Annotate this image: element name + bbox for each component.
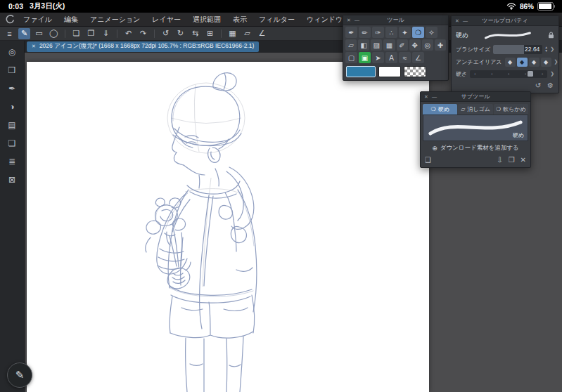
sidebar-zoom-icon[interactable]: ◎ (5, 46, 19, 58)
hardness-row: 硬さ ••••• ❯ (452, 68, 558, 79)
stepper-down-icon[interactable]: ▾ (545, 49, 547, 53)
marker-tool-icon[interactable]: ✑ (372, 27, 384, 38)
hardness-slider[interactable]: ••••• (470, 70, 547, 78)
close-icon[interactable]: ✕ (455, 18, 459, 24)
marquee-icon[interactable]: ▭ (33, 28, 45, 39)
liquify-tool-icon[interactable]: ✧ (426, 27, 438, 38)
menu-filter[interactable]: フィルター (259, 15, 295, 25)
anti-aliasing-expand-icon[interactable]: ❯ (554, 59, 558, 65)
main-menu-icon[interactable]: ≡ (4, 28, 15, 39)
undo-icon[interactable]: ↶ (122, 28, 134, 39)
hardness-expand-icon[interactable]: ❯ (550, 71, 554, 77)
menu-layer[interactable]: レイヤー (152, 15, 181, 25)
operation-tool-icon[interactable]: ➤ (372, 52, 384, 63)
menu-window[interactable]: ウィンドウ (307, 15, 343, 25)
reset-all-icon[interactable]: ↺ (535, 81, 541, 89)
ruler-icon[interactable]: ∠ (256, 28, 268, 39)
hardness-thumb[interactable] (528, 71, 533, 77)
save-icon[interactable]: ⇓ (100, 28, 112, 39)
main-color-swatch[interactable] (346, 66, 376, 77)
pen-tool-icon[interactable]: ✒ (345, 27, 357, 38)
subtool-preset-row: 硬め (452, 26, 558, 43)
redo-icon[interactable]: ↷ (137, 28, 149, 39)
eraser-tool-icon[interactable]: ▱ (345, 39, 357, 51)
rotate-cw-icon[interactable]: ↻ (174, 28, 186, 39)
brush-size-label: ブラシサイズ (456, 46, 490, 53)
character-sketch (27, 62, 429, 392)
lock-icon[interactable] (548, 29, 554, 41)
brush-size-value[interactable]: 22.64 (525, 45, 539, 54)
aa-option-strong[interactable]: ◆ (541, 58, 551, 67)
minimize-icon[interactable]: — (463, 18, 468, 23)
brush-size-stepper[interactable]: ▴ ▾ (545, 46, 547, 53)
tab-close-icon[interactable]: ✕ (32, 44, 36, 49)
transparent-color-swatch[interactable] (404, 66, 426, 77)
tool-palette: ✕ — ツール ✒✏✑∴✦❍✧ ▱◧▨▦✐✥◎✚ ▢▣➤A≈∠ (343, 15, 449, 81)
eyedropper-tool-icon[interactable]: ✐ (397, 39, 408, 51)
menu-selection[interactable]: 選択範囲 (193, 15, 221, 25)
sidebar-property-icon[interactable]: ≣ (5, 155, 19, 167)
zoom-tool-icon[interactable]: ◎ (422, 39, 433, 51)
close-icon[interactable]: ✕ (424, 94, 428, 100)
fit-to-screen-icon[interactable]: ⊞ (204, 28, 216, 39)
flip-horizontal-icon[interactable]: ⇆ (189, 28, 201, 39)
menu-animation[interactable]: アニメーション (90, 15, 140, 25)
sub-tool-preview[interactable]: 硬め (423, 115, 528, 141)
frame-tool-icon[interactable]: ▦ (383, 39, 395, 51)
subtool-tab-eraser[interactable]: ▱消しゴム (458, 104, 492, 115)
grid-icon[interactable]: ▦ (226, 28, 238, 39)
sidebar-close-icon[interactable]: ⊠ (5, 174, 19, 185)
subtool-tab-hard[interactable]: ❍硬め (423, 104, 457, 115)
sub-color-swatch[interactable] (378, 66, 401, 77)
blend-tool-icon[interactable]: ❍ (412, 27, 424, 38)
tool-palette-titlebar[interactable]: ✕ — ツール (343, 15, 448, 25)
brush-size-expand-icon[interactable]: ❯ (550, 46, 554, 52)
sidebar-layer-icon[interactable]: ❏ (5, 137, 19, 149)
decoration-tool-icon[interactable]: ✦ (399, 27, 411, 38)
import-subtool-icon[interactable]: ⇩ (497, 156, 502, 164)
wrench-icon[interactable]: ⚙ (547, 81, 554, 89)
airbrush-tool-icon[interactable]: ∴ (385, 27, 397, 38)
quick-access-button[interactable]: ✎ (7, 362, 32, 388)
tool-property-titlebar[interactable]: ✕ — ツールプロパティ (452, 16, 558, 26)
duplicate-subtool-icon[interactable]: ❐ (509, 156, 515, 164)
hand-tool-icon[interactable]: ✥ (409, 39, 421, 51)
fill-tool-icon[interactable]: ◧ (358, 39, 369, 51)
rotate-ccw-icon[interactable]: ↺ (160, 28, 172, 39)
sidebar-color-icon[interactable]: ◑ (5, 100, 19, 112)
sidebar-material-icon[interactable]: ▤ (5, 119, 19, 131)
delete-subtool-icon[interactable]: ✕ (521, 156, 526, 164)
sub-tool-titlebar[interactable]: ✕ — サブツール (421, 92, 530, 102)
text-tool-icon[interactable]: A (385, 52, 397, 63)
subtool-tab-soft[interactable]: ❍軟らかめ (494, 104, 528, 115)
auto-select-tool-icon[interactable]: ▣ (359, 52, 371, 63)
line-correct-tool-icon[interactable]: ≈ (399, 52, 411, 63)
sidebar-brush-icon[interactable]: ✒ (5, 82, 19, 94)
aa-option-middle[interactable]: ◆ (529, 58, 539, 67)
canvas-page[interactable] (27, 62, 429, 392)
preset-name: 硬め (456, 31, 468, 40)
lasso-icon[interactable]: ◯ (48, 28, 60, 39)
pencil-tool-icon[interactable]: ✏ (359, 27, 371, 38)
brush-size-slider[interactable]: 22.64 (493, 45, 542, 54)
close-icon[interactable]: ✕ (347, 18, 351, 23)
new-canvas-icon[interactable]: ❏ (70, 28, 82, 39)
minimize-icon[interactable]: — (432, 94, 437, 99)
open-file-icon[interactable]: ❐ (85, 28, 97, 39)
document-tab[interactable]: ✕ 2026 アイコン(復元)* (1668 x 1668px 72dpi 10… (27, 41, 259, 53)
selection-tool-icon[interactable]: ▢ (345, 52, 357, 63)
menu-view[interactable]: 表示 (233, 15, 247, 25)
menu-edit[interactable]: 編集 (64, 15, 78, 25)
aa-option-none[interactable]: ◆ (505, 58, 516, 67)
minimize-icon[interactable]: — (355, 18, 359, 22)
menu-file[interactable]: ファイル (23, 15, 52, 25)
add-tool-icon[interactable]: ✚ (435, 39, 446, 51)
download-material-button[interactable]: ⊕ ダウンロード素材を追加する (421, 141, 530, 155)
sidebar-workspace-icon[interactable]: ❒ (5, 64, 19, 76)
show-all-subtools-icon[interactable]: ❑ (425, 156, 431, 164)
aa-option-weak[interactable]: ◆ (517, 58, 528, 67)
gradient-tool-icon[interactable]: ▨ (371, 39, 382, 51)
snap-icon[interactable]: ▱ (241, 28, 253, 39)
pen-mode-icon[interactable]: ✎ (18, 28, 30, 39)
figure-ruler-tool-icon[interactable]: ∠ (412, 52, 424, 63)
